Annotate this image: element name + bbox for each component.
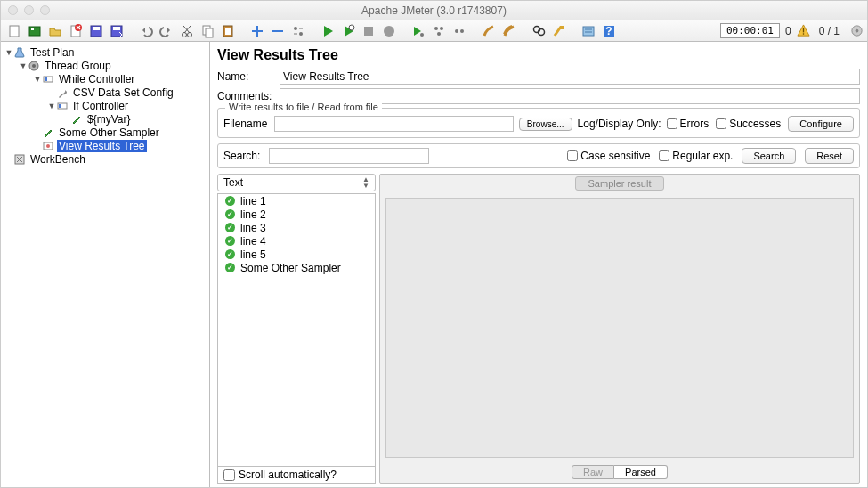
svg-point-19 — [384, 26, 394, 37]
tree-node-csv-config[interactable]: CSV Data Set Config — [1, 85, 209, 99]
copy-icon[interactable] — [198, 22, 217, 40]
results-list[interactable]: line 1 line 2 line 3 line 4 line 5 Some … — [217, 193, 376, 467]
start-no-timers-icon[interactable] — [338, 22, 358, 40]
clear-icon[interactable] — [479, 22, 499, 40]
redo-icon[interactable] — [157, 22, 176, 40]
filename-input[interactable] — [274, 116, 514, 132]
svg-point-15 — [294, 27, 297, 30]
search-input[interactable] — [269, 148, 429, 164]
tab-parsed[interactable]: Parsed — [614, 465, 668, 479]
tree-label: Some Other Sampler — [57, 126, 161, 139]
svg-point-20 — [420, 33, 424, 37]
reset-search-icon[interactable] — [549, 22, 569, 40]
svg-rect-6 — [93, 27, 100, 30]
filename-label: Filename — [223, 118, 267, 130]
undo-icon[interactable] — [136, 22, 156, 40]
svg-point-21 — [434, 27, 438, 30]
success-icon — [225, 249, 235, 259]
browse-button[interactable]: Browse... — [519, 118, 572, 131]
success-icon — [225, 209, 235, 219]
result-content-pane — [385, 198, 854, 458]
window-title: Apache JMeter (3.0 r1743807) — [1, 4, 867, 17]
svg-rect-33 — [802, 33, 803, 34]
help-icon[interactable]: ? — [599, 22, 619, 40]
cut-icon[interactable] — [177, 22, 197, 40]
renderer-value: Text — [223, 176, 243, 189]
editor-panel: View Results Tree Name: Comments: Write … — [210, 42, 867, 487]
svg-rect-2 — [31, 28, 34, 30]
tree-node-some-other-sampler[interactable]: Some Other Sampler — [1, 126, 209, 139]
list-item[interactable]: Some Other Sampler — [218, 261, 375, 274]
svg-point-16 — [299, 32, 303, 36]
errors-checkbox[interactable]: Errors — [667, 118, 710, 130]
search-button[interactable]: Search — [742, 148, 796, 164]
comments-label: Comments: — [217, 90, 280, 102]
save-as-icon[interactable] — [107, 22, 126, 40]
templates-icon[interactable] — [25, 22, 45, 40]
expand-icon[interactable] — [247, 22, 267, 40]
list-item[interactable]: line 4 — [218, 234, 375, 248]
tree-node-myvar[interactable]: ${myVar} — [1, 112, 209, 126]
tree-node-if-controller[interactable]: ▼ If Controller — [1, 99, 209, 112]
disclosure-icon[interactable]: ▼ — [47, 102, 56, 110]
remote-start-icon[interactable] — [409, 22, 428, 40]
svg-point-23 — [437, 32, 441, 36]
disclosure-icon[interactable]: ▼ — [33, 75, 42, 84]
name-input[interactable] — [280, 69, 860, 85]
shutdown-icon[interactable] — [379, 22, 399, 40]
close-icon[interactable] — [66, 22, 85, 40]
save-icon[interactable] — [86, 22, 106, 40]
disclosure-icon[interactable]: ▼ — [4, 48, 13, 57]
configure-button[interactable]: Configure — [788, 116, 854, 132]
start-icon[interactable] — [318, 22, 337, 40]
toggle-icon[interactable] — [288, 22, 308, 40]
tab-raw[interactable]: Raw — [572, 465, 614, 479]
case-sensitive-checkbox[interactable]: Case sensitive — [567, 150, 650, 162]
tab-sampler-result[interactable]: Sampler result — [575, 176, 665, 191]
svg-point-35 — [856, 29, 859, 33]
remote-stop-icon[interactable] — [429, 22, 449, 40]
workbench-icon — [13, 153, 26, 166]
tree-node-test-plan[interactable]: ▼ Test Plan — [1, 45, 209, 59]
open-icon[interactable] — [45, 22, 65, 40]
regex-checkbox[interactable]: Regular exp. — [659, 150, 733, 162]
warning-icon[interactable] — [797, 24, 810, 37]
result-detail-panel: Sampler result Raw Parsed — [379, 174, 860, 484]
tree-node-view-results-tree[interactable]: View Results Tree — [1, 139, 209, 152]
function-helper-icon[interactable] — [579, 22, 598, 40]
list-item[interactable]: line 5 — [218, 248, 375, 261]
clear-all-icon[interactable] — [499, 22, 519, 40]
scroll-auto-checkbox[interactable]: Scroll automatically? — [217, 467, 376, 484]
tree-label: View Results Tree — [57, 140, 147, 152]
collapse-icon[interactable] — [268, 22, 288, 40]
list-item[interactable]: line 1 — [218, 194, 375, 207]
tree-label: ${myVar} — [85, 113, 132, 126]
test-plan-tree[interactable]: ▼ Test Plan ▼ Thread Group ▼ While Contr… — [1, 42, 210, 487]
svg-text:?: ? — [605, 25, 612, 37]
wrench-icon — [56, 86, 69, 99]
svg-point-43 — [46, 144, 50, 148]
paste-icon[interactable] — [218, 22, 238, 40]
stop-icon[interactable] — [359, 22, 378, 40]
svg-rect-29 — [583, 27, 594, 36]
tree-node-workbench[interactable]: WorkBench — [1, 152, 209, 166]
svg-rect-18 — [364, 27, 373, 36]
svg-rect-0 — [10, 26, 19, 37]
renderer-combo[interactable]: Text ▲▼ — [217, 174, 376, 191]
tree-label: WorkBench — [28, 153, 87, 166]
new-icon[interactable] — [4, 22, 24, 40]
svg-rect-8 — [113, 27, 120, 30]
successes-checkbox[interactable]: Successes — [716, 118, 781, 130]
listener-icon — [42, 140, 54, 152]
remote-shutdown-icon[interactable] — [450, 22, 469, 40]
search-bar: Search: Case sensitive Regular exp. Sear… — [217, 143, 860, 168]
list-item[interactable]: line 3 — [218, 221, 375, 234]
disclosure-icon[interactable]: ▼ — [19, 61, 28, 70]
search-icon[interactable] — [529, 22, 548, 40]
list-item[interactable]: line 2 — [218, 207, 375, 221]
reset-button[interactable]: Reset — [805, 148, 854, 164]
tree-node-thread-group[interactable]: ▼ Thread Group — [1, 59, 209, 72]
tree-node-while-controller[interactable]: ▼ While Controller — [1, 72, 209, 85]
thread-status-icon — [850, 24, 864, 37]
search-label: Search: — [223, 150, 260, 162]
